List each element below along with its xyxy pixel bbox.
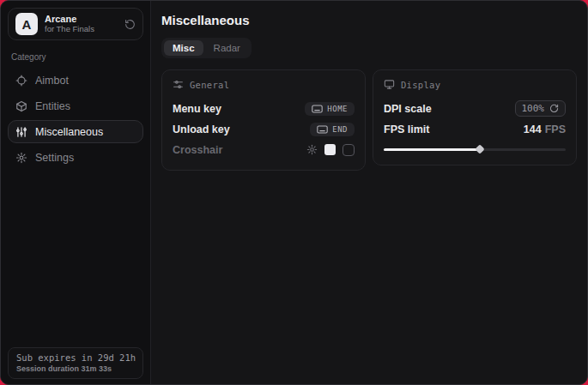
crosshair-color-swatch[interactable] xyxy=(324,144,336,155)
sidebar-item-miscellaneous[interactable]: Miscellaneous xyxy=(8,120,143,143)
sidebar-item-label: Aimbot xyxy=(35,75,69,87)
crosshair-icon xyxy=(15,75,27,87)
crosshair-checkbox[interactable] xyxy=(342,144,355,156)
display-card-header: Display xyxy=(384,79,566,90)
fps-limit-label: FPS limit xyxy=(384,123,429,135)
tab-misc[interactable]: Misc xyxy=(164,40,203,56)
app-logo: A xyxy=(15,13,38,35)
fps-unit: FPS xyxy=(545,123,566,135)
sub-expires-text: Sub expires in 29d 21h xyxy=(16,352,135,363)
menu-key-row: Menu key HOME xyxy=(173,99,355,118)
crosshair-row: Crosshair xyxy=(173,140,355,159)
menu-key-button[interactable]: HOME xyxy=(305,102,355,116)
session-duration-text: Session duration 31m 33s xyxy=(16,364,135,373)
refresh-icon[interactable] xyxy=(549,104,559,113)
display-card-title: Display xyxy=(401,80,440,90)
sidebar-item-entities[interactable]: Entities xyxy=(8,94,143,117)
fps-slider[interactable] xyxy=(384,144,566,154)
sidebar-item-label: Entities xyxy=(35,100,70,112)
unload-key-button[interactable]: END xyxy=(310,123,355,136)
fps-limit-row: FPS limit 144FPS xyxy=(384,119,566,139)
gear-icon xyxy=(15,152,27,164)
sidebar: A Arcane for The Finals Category Aimbot xyxy=(1,1,151,384)
page-title: Miscellaneous xyxy=(161,13,577,27)
sync-icon[interactable] xyxy=(124,19,136,30)
main-content: Miscellaneous Misc Radar General xyxy=(151,1,588,384)
cube-icon xyxy=(15,100,27,112)
dpi-scale-label: DPI scale xyxy=(384,103,432,115)
crosshair-controls xyxy=(306,144,355,156)
category-label: Category xyxy=(11,52,143,62)
menu-key-label: Menu key xyxy=(173,103,221,115)
general-card-header: General xyxy=(173,79,355,90)
dpi-scale-control[interactable]: 100% xyxy=(515,100,567,117)
monitor-icon xyxy=(384,79,395,90)
crosshair-label: Crosshair xyxy=(173,144,222,156)
fps-number: 144 xyxy=(524,123,542,135)
app-titles: Arcane for The Finals xyxy=(45,14,118,34)
sidebar-item-label: Settings xyxy=(35,152,74,164)
fps-slider-fill xyxy=(384,148,480,151)
app-header-card: A Arcane for The Finals xyxy=(8,8,143,40)
fps-slider-handle[interactable] xyxy=(476,144,485,153)
keyboard-icon xyxy=(317,125,328,134)
fps-limit-value: 144FPS xyxy=(524,123,566,135)
sliders-horizontal-icon xyxy=(173,79,184,90)
sidebar-item-aimbot[interactable]: Aimbot xyxy=(8,69,143,92)
general-card-title: General xyxy=(190,80,229,90)
sliders-icon xyxy=(15,126,27,138)
sidebar-item-label: Miscellaneous xyxy=(35,126,103,138)
app-window: A Arcane for The Finals Category Aimbot xyxy=(0,0,588,385)
general-card: General Menu key HOME Unload key xyxy=(161,69,366,171)
keyboard-icon xyxy=(312,105,323,113)
unload-key-value: END xyxy=(332,125,348,134)
app-subtitle: for The Finals xyxy=(45,25,118,34)
dpi-scale-row: DPI scale 100% xyxy=(384,99,566,118)
display-card: Display DPI scale 100% FPS limit xyxy=(373,69,577,165)
crosshair-settings-gear-icon[interactable] xyxy=(306,144,318,155)
sidebar-item-settings[interactable]: Settings xyxy=(8,146,143,169)
unload-key-label: Unload key xyxy=(173,123,230,135)
unload-key-row: Unload key END xyxy=(173,119,355,139)
tab-radar[interactable]: Radar xyxy=(205,40,249,56)
subscription-info-box: Sub expires in 29d 21h Session duration … xyxy=(8,347,143,379)
cards-row: General Menu key HOME Unload key xyxy=(161,69,577,171)
dpi-scale-value: 100% xyxy=(522,103,545,114)
app-name: Arcane xyxy=(45,14,118,25)
tab-bar: Misc Radar xyxy=(161,38,252,58)
menu-key-value: HOME xyxy=(327,105,348,113)
